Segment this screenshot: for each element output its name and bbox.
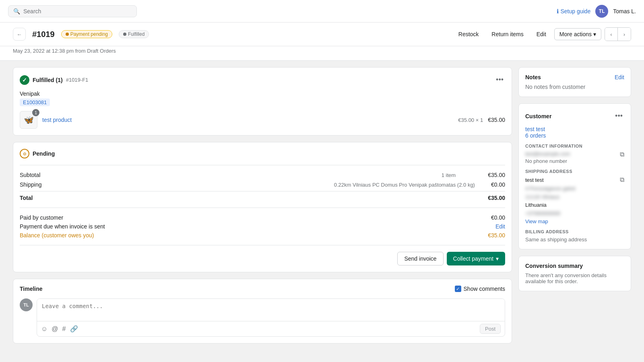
conversion-title: Conversion summary <box>525 263 624 269</box>
payment-due-label: Payment due when invoice is sent <box>20 223 105 230</box>
notes-text: No notes from customer <box>525 84 624 90</box>
next-order-button[interactable]: › <box>618 28 631 41</box>
emoji-icon[interactable]: ☺ <box>41 325 47 333</box>
right-column: Notes Edit No notes from customer Custom… <box>518 67 631 291</box>
search-icon: 🔍 <box>13 8 20 14</box>
fulfilled-more-button[interactable]: ••• <box>494 74 505 86</box>
timeline-title: Timeline <box>20 286 43 292</box>
user-name: Tomas L. <box>613 8 636 14</box>
customer-email: test@example.com <box>525 151 570 157</box>
fulfilled-badge-label: Fulfilled <box>128 31 144 37</box>
payment-section: Paid by customer €0.00 Payment due when … <box>20 208 505 239</box>
back-button[interactable]: ← <box>13 28 26 41</box>
product-thumbnail: 🦋 1 <box>20 111 37 129</box>
product-total: €35.00 <box>488 117 505 123</box>
product-row: 🦋 1 test product €35.00 × 1 €35.00 <box>20 111 505 129</box>
payment-due-edit-link[interactable]: Edit <box>495 223 505 230</box>
tag-icon[interactable]: # <box>62 325 66 333</box>
notes-title: Notes <box>525 74 541 80</box>
shipping-country: Lithuania <box>525 201 576 210</box>
balance-value: €35.00 <box>488 232 505 239</box>
header-actions: Restock Return items Edit More actions ▾… <box>454 27 631 41</box>
billing-section-label: BILLING ADDRESS <box>525 229 624 234</box>
copy-address-button[interactable]: ⧉ <box>620 176 624 183</box>
unit-price: €35.00 <box>458 117 474 123</box>
comment-area: TL ☺ @ # 🔗 Post <box>20 298 505 337</box>
show-comments-checkbox[interactable]: ✓ <box>455 286 461 292</box>
carrier-row: Venipak <box>20 90 505 97</box>
balance-label: Balance (customer owes you) <box>20 232 94 239</box>
conversion-text: There aren't any conversion details avai… <box>525 272 624 284</box>
paid-value: €0.00 <box>491 214 505 221</box>
search-box[interactable]: 🔍 Search <box>8 5 137 17</box>
fulfilled-badge: Fulfilled <box>119 30 149 38</box>
restock-button[interactable]: Restock <box>454 29 484 40</box>
comment-input[interactable] <box>37 299 505 320</box>
fulfilled-title: ✓ Fulfilled (1) #1019-F1 <box>20 75 88 85</box>
shipping-label: Shipping <box>20 181 42 188</box>
subtotal-label: Subtotal <box>20 172 40 178</box>
shipping-value: €0.00 <box>491 181 505 188</box>
link-icon[interactable]: 🔗 <box>70 325 78 333</box>
edit-button[interactable]: Edit <box>532 29 551 40</box>
more-actions-button[interactable]: More actions ▾ <box>554 28 601 40</box>
total-label: Total <box>20 195 33 201</box>
prev-order-button[interactable]: ‹ <box>605 28 618 41</box>
no-phone-text: No phone number <box>525 158 624 164</box>
send-invoice-button[interactable]: Send invoice <box>397 252 443 265</box>
timeline-header: Timeline ✓ Show comments <box>20 286 505 292</box>
customer-title: Customer <box>525 113 551 119</box>
shipping-description: 0.22km Vilniaus PC Domus Pro Venipak paš… <box>334 182 475 188</box>
main-content: ✓ Fulfilled (1) #1019-F1 ••• Venipak E10… <box>0 61 644 350</box>
carrier-name: Venipak <box>20 90 40 97</box>
commenter-initials: TL <box>23 302 29 307</box>
post-button[interactable]: Post <box>480 324 501 334</box>
subtotal-value: €35.00 <box>488 172 505 178</box>
pagination-nav: ‹ › <box>605 27 631 41</box>
show-comments-row: ✓ Show comments <box>455 286 505 292</box>
product-qty: 1 <box>480 117 483 123</box>
shipping-phone: +37060000000 <box>525 210 576 218</box>
customer-orders-link[interactable]: 6 orders <box>525 132 624 139</box>
top-right-area: ℹ Setup guide TL Tomas L. <box>557 5 636 18</box>
tracking-link[interactable]: E1003081 <box>20 99 50 106</box>
top-bar: 🔍 Search ℹ Setup guide TL Tomas L. <box>0 0 644 23</box>
line-items: Subtotal 1 item €35.00 Shipping 0.22km V… <box>20 165 505 201</box>
order-meta-text: May 23, 2022 at 12:38 pm from Draft Orde… <box>13 48 116 54</box>
commenter-avatar: TL <box>20 298 33 311</box>
tracking-number: E1003081 <box>23 99 47 105</box>
dot-orange-icon <box>66 33 69 36</box>
shipping-address-row: test test 4 Porozaigavos gatvė 11116 Vil… <box>525 176 624 218</box>
page-header: ← #1019 Payment pending Fulfilled Restoc… <box>0 23 644 46</box>
collect-payment-button[interactable]: Collect payment ▾ <box>447 252 505 265</box>
order-number: #1019 <box>32 30 55 39</box>
pending-card: ⊙ Pending Subtotal 1 item €35.00 Shippin… <box>13 142 512 272</box>
product-qty-badge: 1 <box>32 109 39 116</box>
timeline-card: Timeline ✓ Show comments TL ☺ @ # 🔗 <box>13 279 512 343</box>
copy-email-button[interactable]: ⧉ <box>620 151 624 158</box>
tracking-row: E1003081 <box>20 99 505 106</box>
product-name-link[interactable]: test product <box>42 117 453 123</box>
subtotal-row: Subtotal 1 item €35.00 <box>20 172 505 178</box>
setup-guide-link[interactable]: ℹ Setup guide <box>557 8 590 14</box>
fulfilled-icon: ✓ <box>20 75 29 85</box>
avatar[interactable]: TL <box>595 5 608 18</box>
shipping-section-label: SHIPPING ADDRESS <box>525 169 624 174</box>
customer-name-link[interactable]: test test <box>525 126 624 132</box>
order-meta: May 23, 2022 at 12:38 pm from Draft Orde… <box>0 46 644 61</box>
return-items-button[interactable]: Return items <box>487 29 528 40</box>
notes-edit-link[interactable]: Edit <box>615 74 624 80</box>
chevron-down-icon: ▾ <box>593 31 596 37</box>
shipping-address-block: test test 4 Porozaigavos gatvė 11116 Vil… <box>525 176 576 218</box>
fulfilled-card: ✓ Fulfilled (1) #1019-F1 ••• Venipak E10… <box>13 67 512 136</box>
view-map-link[interactable]: View map <box>525 218 548 224</box>
collect-payment-label: Collect payment <box>453 255 493 262</box>
chevron-down-collect-icon: ▾ <box>496 255 499 262</box>
customer-more-button[interactable]: ••• <box>613 110 624 122</box>
payment-badge-label: Payment pending <box>70 31 108 37</box>
pending-title-text: Pending <box>33 150 55 157</box>
customer-header: Customer ••• <box>525 110 624 122</box>
fulfilled-card-header: ✓ Fulfilled (1) #1019-F1 ••• <box>20 74 505 86</box>
paid-label: Paid by customer <box>20 214 63 221</box>
mention-icon[interactable]: @ <box>52 325 58 333</box>
